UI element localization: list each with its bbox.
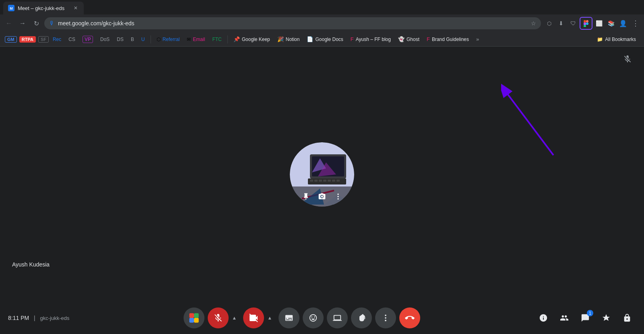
url-text: meet.google.com/gkc-jukk-eds (58, 20, 528, 27)
bookmark-google-docs[interactable]: 📄 Google Docs (303, 35, 346, 43)
participant-name: Ayush Kudesia (12, 261, 50, 268)
svg-point-23 (337, 193, 339, 195)
chat-badge: 1 (587, 310, 593, 316)
info-button[interactable] (535, 309, 552, 327)
shield-icon[interactable]: 🛡 (568, 18, 579, 29)
camera-expand-button[interactable]: ▲ (264, 307, 275, 328)
bookmark-b[interactable]: B (128, 35, 137, 43)
star-icon[interactable]: ☆ (531, 20, 536, 27)
mic-toggle-button[interactable] (208, 307, 229, 328)
video-area: Ayush Kudesia (0, 47, 644, 302)
bookmarks-more-button[interactable]: » (473, 35, 482, 43)
download-icon[interactable]: ⬇ (555, 18, 567, 29)
svg-point-35 (385, 320, 386, 322)
mic-control-group: ▲ (208, 307, 240, 328)
activities-button[interactable] (597, 309, 615, 327)
avatar-icon[interactable]: 👤 (617, 18, 629, 29)
bookmark-ds[interactable]: DS (114, 35, 127, 43)
address-bar[interactable]: 🎙 meet.google.com/gkc-jukk-eds ☆ (44, 17, 541, 29)
muted-mic-indicator (623, 55, 632, 66)
svg-rect-31 (194, 318, 199, 323)
chat-button[interactable]: 1 (576, 309, 594, 327)
menu-icon[interactable]: ⋮ (630, 18, 641, 29)
people-button[interactable] (555, 309, 573, 327)
figma-icon (582, 20, 590, 27)
controls-right: 1 (535, 309, 636, 327)
bookmark-gm[interactable]: GM (5, 36, 17, 43)
lock-button[interactable] (618, 309, 636, 327)
meet-container: Ayush Kudesia 8:11 PM | gkc-jukk-eds (0, 47, 644, 334)
end-call-button[interactable] (399, 307, 420, 328)
bookmark-rec[interactable]: Rec (50, 35, 64, 43)
nav-bar: ← → ↻ 🎙 meet.google.com/gkc-jukk-eds ☆ ⬡… (0, 14, 644, 32)
nav-actions: ⬡ ⬇ 🛡 ⬜ 📚 👤 ⋮ (543, 17, 641, 30)
camera-control-group: ▲ (243, 307, 275, 328)
bookmark-ghost[interactable]: 👻 Ghost (395, 35, 423, 43)
avatar-overlay (290, 186, 354, 207)
svg-rect-17 (336, 180, 340, 182)
participant-avatar-container (290, 142, 354, 207)
meeting-code: gkc-jukk-eds (40, 315, 70, 321)
svg-point-24 (337, 196, 339, 197)
figma-extension-button[interactable] (580, 17, 592, 30)
bookmark-brand-guidelines[interactable]: F Brand Guidelines (423, 35, 472, 43)
svg-point-34 (385, 317, 386, 319)
svg-rect-3 (586, 20, 588, 23)
active-tab[interactable]: M Meet – gkc-jukk-eds ✕ (3, 2, 84, 14)
mic-expand-button[interactable]: ▲ (229, 307, 240, 328)
svg-rect-15 (328, 180, 331, 182)
captions-button[interactable] (279, 307, 299, 328)
present-button[interactable] (327, 307, 348, 328)
bookmark-dos[interactable]: DoS (97, 35, 113, 43)
bookmark-referral[interactable]: ⬡ Referral (153, 35, 183, 43)
profile-icon[interactable]: ⬡ (543, 18, 555, 29)
bookmark-rtpa[interactable]: RTPA (19, 36, 36, 43)
svg-rect-11 (310, 180, 313, 182)
svg-rect-6 (584, 25, 586, 27)
bookmark-sf[interactable]: SF (38, 36, 49, 43)
svg-line-27 (505, 91, 553, 155)
all-bookmarks-button[interactable]: 📁 All Bookmarks (594, 35, 639, 43)
svg-point-33 (385, 315, 386, 316)
bookmark-vp[interactable]: VP (79, 35, 96, 44)
svg-point-25 (337, 198, 339, 199)
meet-logo-button[interactable] (184, 307, 204, 328)
svg-rect-28 (190, 313, 194, 318)
raise-hand-button[interactable] (351, 307, 372, 328)
bookmark-cs[interactable]: CS (65, 35, 78, 43)
svg-rect-29 (194, 313, 199, 318)
browser-chrome: M Meet – gkc-jukk-eds ✕ ← → ↻ 🎙 meet.goo… (0, 0, 644, 47)
svg-rect-30 (190, 318, 194, 323)
camera-toggle-button[interactable] (243, 307, 264, 328)
snapshot-button[interactable] (316, 191, 328, 202)
all-bookmarks-label: All Bookmarks (605, 37, 636, 42)
emoji-button[interactable] (303, 307, 324, 328)
mic-icon: 🎙 (49, 20, 55, 27)
bookmarks-separator (151, 35, 151, 43)
pin-button[interactable] (300, 191, 312, 202)
avatar-more-button[interactable] (332, 191, 344, 202)
participant-avatar (290, 142, 354, 207)
bookmarks-separator2 (227, 35, 228, 43)
more-options-button[interactable] (375, 307, 396, 328)
bookmark-notion[interactable]: 🎉 Notion (274, 35, 303, 43)
bookmark-ftc[interactable]: FTC (209, 35, 225, 43)
bookmarks-icon[interactable]: 📚 (605, 18, 617, 29)
bookmark-email[interactable]: ✉ Email (184, 35, 208, 43)
tab-close-button[interactable]: ✕ (72, 5, 79, 11)
meeting-info: 8:11 PM | gkc-jukk-eds (8, 315, 70, 321)
reload-button[interactable]: ↻ (31, 18, 42, 29)
svg-rect-2 (584, 20, 586, 23)
back-button[interactable]: ← (3, 18, 14, 29)
meeting-time: 8:11 PM | gkc-jukk-eds (8, 315, 70, 321)
bookmark-u[interactable]: U (138, 35, 148, 43)
controls-center: ▲ ▲ (184, 307, 420, 328)
bookmark-ayush-ff-blog[interactable]: F Ayush – FF blog (347, 35, 394, 43)
extensions-icon[interactable]: ⬜ (593, 18, 605, 29)
meet-favicon: M (8, 5, 14, 11)
folder-icon: 📁 (597, 37, 603, 42)
bookmark-google-keep[interactable]: 📌 Google Keep (230, 35, 273, 43)
tab-bar: M Meet – gkc-jukk-eds ✕ (0, 0, 644, 14)
svg-rect-16 (332, 180, 335, 182)
forward-button[interactable]: → (17, 18, 28, 29)
